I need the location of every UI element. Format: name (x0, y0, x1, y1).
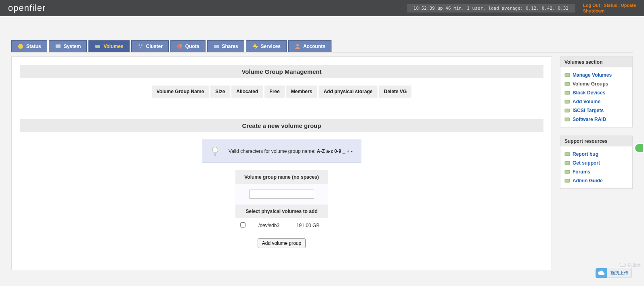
tab-label: Services (261, 44, 281, 49)
tab-label: Cluster (146, 44, 163, 49)
item-icon (564, 72, 570, 78)
svg-point-8 (296, 44, 299, 46)
upload-label: 拖拽上传 (607, 268, 632, 278)
quota-icon (176, 43, 183, 50)
shares-icon (213, 43, 220, 50)
lightbulb-icon (210, 146, 221, 157)
sidebar-item-volumes[interactable]: iSCSI Targets (564, 106, 628, 115)
sidebar-item-volumes[interactable]: Software RAID (564, 115, 628, 124)
cluster-icon (137, 43, 144, 50)
tab-label: Shares (222, 44, 238, 49)
main-tabs: StatusSystemVolumesClusterQuotaSharesSer… (11, 40, 633, 52)
item-icon (564, 90, 570, 96)
vg-name-input[interactable] (250, 190, 314, 199)
sidebar-item-volumes[interactable]: Add Volume (564, 97, 628, 106)
tab-label: System (64, 44, 81, 49)
tab-system[interactable]: System (49, 40, 87, 52)
sidebar-item-support[interactable]: Get support (564, 159, 628, 167)
tab-services[interactable]: Services (246, 40, 287, 52)
support-section-box: Support resources Report bugGet supportF… (560, 136, 633, 189)
item-icon (564, 169, 570, 175)
main-content: Volume Group Management Volume Group Nam… (11, 56, 552, 270)
vg-col-header: Allocated (231, 86, 263, 98)
tab-volumes[interactable]: Volumes (88, 40, 129, 52)
top-links: Log Out | Status | Update Shutdown (583, 2, 636, 14)
sidebar-link[interactable]: Admin Guide (573, 178, 603, 184)
upload-widget[interactable]: 拖拽上传 (596, 268, 632, 278)
uptime-status: 10:52:39 up 46 min, 1 user, load average… (407, 4, 575, 13)
shutdown-link[interactable]: Shutdown (583, 8, 604, 13)
vg-col-header: Delete VG (379, 86, 412, 98)
item-icon (564, 81, 570, 87)
vg-col-header: Volume Group Name (152, 86, 209, 98)
pv-device: /dev/sdb3 (250, 218, 288, 233)
sidebar-link[interactable]: iSCSI Targets (573, 108, 604, 113)
vg-name-label: Volume group name (no spaces) (235, 170, 328, 184)
hint-box: Valid characters for volume group name: … (202, 140, 361, 163)
divider (20, 109, 543, 109)
svg-rect-19 (565, 161, 570, 165)
svg-point-5 (140, 47, 141, 48)
svg-rect-7 (214, 45, 219, 48)
volumes-section-box: Volumes section Manage VolumesVolume Gro… (560, 56, 633, 127)
item-icon (564, 160, 570, 166)
tab-cluster[interactable]: Cluster (131, 40, 169, 52)
services-icon (252, 43, 258, 50)
status-icon (17, 43, 24, 50)
vg-col-header: Members (286, 86, 317, 98)
svg-rect-12 (565, 73, 570, 77)
support-section-title: Support resources (560, 136, 632, 146)
sidebar-item-support[interactable]: Report bug (564, 150, 628, 159)
pv-checkbox[interactable] (240, 222, 245, 228)
side-badge[interactable] (634, 143, 644, 153)
sidebar-link[interactable]: Get support (573, 160, 600, 166)
logout-link[interactable]: Log Out (583, 3, 600, 8)
accounts-icon (294, 43, 301, 50)
topbar: openfiler 10:52:39 up 46 min, 1 user, lo… (0, 0, 644, 16)
sidebar-item-volumes[interactable]: Block Devices (564, 88, 628, 97)
svg-rect-17 (565, 118, 570, 121)
volumes-section-title: Volumes section (560, 57, 632, 67)
sidebar-link[interactable]: Software RAID (573, 117, 606, 122)
sidebar-link[interactable]: Block Devices (573, 90, 605, 96)
sidebar-item-volumes[interactable]: Manage Volumes (564, 71, 628, 79)
update-link[interactable]: Update (621, 3, 636, 8)
vg-col-header: Size (210, 86, 230, 98)
svg-point-0 (18, 44, 23, 49)
svg-rect-18 (565, 152, 570, 156)
svg-point-3 (138, 44, 140, 46)
svg-rect-10 (214, 152, 216, 154)
create-vg-title: Create a new volume group (20, 119, 543, 132)
sidebar-item-support[interactable]: Forums (564, 167, 628, 176)
tab-quota[interactable]: Quota (170, 40, 206, 52)
tab-accounts[interactable]: Accounts (288, 40, 331, 52)
sidebar-item-support[interactable]: Admin Guide (564, 176, 628, 185)
svg-rect-21 (565, 179, 570, 182)
sidebar-link[interactable]: Forums (573, 169, 590, 175)
vg-col-header: Add physical storage (319, 86, 377, 98)
cloud-icon (596, 268, 607, 278)
volumes-icon (94, 43, 101, 50)
svg-rect-1 (56, 44, 61, 48)
sidebar-link[interactable]: Add Volume (573, 99, 600, 104)
sidebar-item-volumes[interactable]: Volume Groups (564, 79, 628, 88)
item-icon (564, 151, 570, 157)
item-icon (564, 178, 570, 184)
item-icon (564, 99, 570, 104)
tab-label: Volumes (103, 44, 123, 49)
system-icon (55, 43, 61, 50)
hint-text: Valid characters for volume group name: (229, 148, 317, 154)
watermark: 亿速云 (619, 262, 641, 268)
tab-shares[interactable]: Shares (207, 40, 244, 52)
sidebar-link[interactable]: Volume Groups (573, 81, 608, 87)
svg-point-4 (141, 44, 143, 46)
sidebar-link[interactable]: Report bug (573, 151, 598, 157)
status-link[interactable]: Status (604, 3, 617, 8)
tab-status[interactable]: Status (11, 40, 47, 52)
create-vg-form: Volume group name (no spaces) Select phy… (235, 170, 328, 254)
vg-col-header: Free (264, 86, 284, 98)
sidebar-link[interactable]: Manage Volumes (573, 72, 612, 78)
add-vg-button[interactable]: Add volume group (258, 238, 306, 248)
tab-label: Accounts (303, 44, 325, 49)
svg-rect-14 (565, 91, 570, 94)
